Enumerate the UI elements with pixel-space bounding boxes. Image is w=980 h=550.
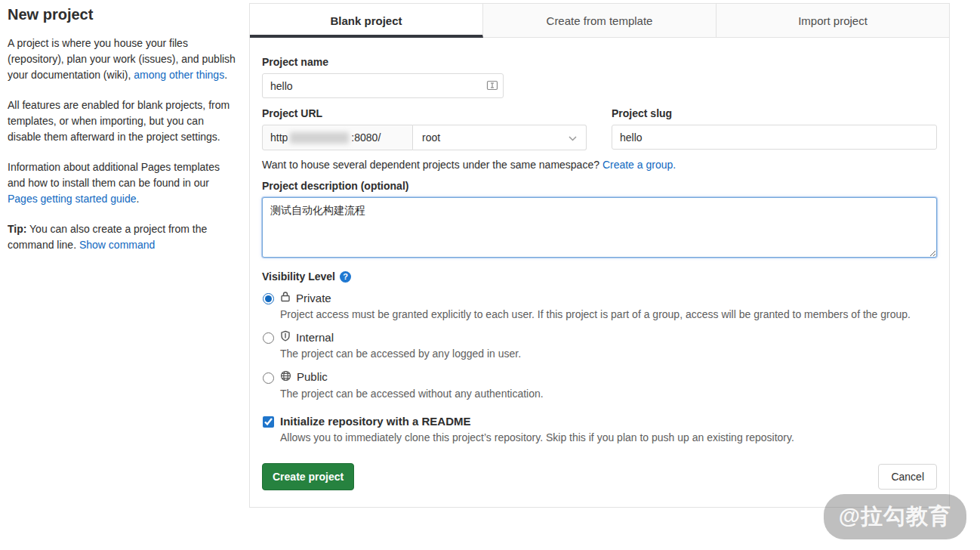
create-project-button[interactable]: Create project bbox=[262, 463, 354, 490]
private-option-name: Private bbox=[296, 292, 331, 304]
project-url-group: http :8080/ root bbox=[262, 125, 587, 150]
project-url-prefix: http :8080/ bbox=[262, 125, 413, 150]
project-slug-column: Project slug bbox=[612, 98, 937, 150]
lock-icon bbox=[280, 291, 291, 304]
readme-checkbox[interactable] bbox=[263, 416, 274, 428]
private-radio[interactable] bbox=[263, 293, 274, 304]
project-type-tabs: Blank project Create from template Impor… bbox=[250, 4, 949, 38]
visibility-option-public: Public The project can be accessed witho… bbox=[262, 370, 937, 401]
project-slug-input[interactable] bbox=[612, 125, 937, 150]
project-name-input[interactable] bbox=[262, 73, 504, 98]
private-option-description: Project access must be granted explicitl… bbox=[280, 307, 911, 322]
pages-guide-link[interactable]: Pages getting started guide bbox=[8, 193, 136, 205]
readme-description: Allows you to immediately clone this pro… bbox=[280, 430, 794, 445]
form-actions: Create project Cancel bbox=[262, 463, 937, 490]
public-radio[interactable] bbox=[263, 372, 274, 384]
new-project-panel: Blank project Create from template Impor… bbox=[249, 3, 950, 508]
namespace-selected-value: root bbox=[422, 131, 440, 144]
shield-icon bbox=[280, 330, 291, 344]
visibility-help-icon[interactable]: ? bbox=[340, 271, 351, 283]
new-project-form: Project name Project URL http bbox=[250, 38, 949, 507]
internal-radio[interactable] bbox=[263, 332, 274, 344]
namespace-select[interactable]: root bbox=[413, 125, 587, 150]
project-name-field-wrap bbox=[262, 73, 504, 98]
tab-create-from-template[interactable]: Create from template bbox=[483, 4, 717, 37]
public-option-name: Public bbox=[297, 370, 328, 383]
project-slug-label: Project slug bbox=[612, 107, 937, 119]
project-name-label: Project name bbox=[262, 56, 937, 68]
text-field-adornment-icon bbox=[486, 79, 498, 91]
project-url-label: Project URL bbox=[262, 107, 587, 119]
project-description-label: Project description (optional) bbox=[262, 180, 937, 192]
show-command-link[interactable]: Show command bbox=[79, 239, 155, 251]
cancel-button[interactable]: Cancel bbox=[878, 464, 937, 490]
visibility-option-internal: Internal The project can be accessed by … bbox=[262, 330, 937, 361]
tab-blank-project[interactable]: Blank project bbox=[250, 4, 483, 38]
url-redaction-blur bbox=[290, 132, 349, 144]
new-project-sidebar: New project A project is where you house… bbox=[8, 0, 236, 267]
readme-option: Initialize repository with a README Allo… bbox=[262, 415, 937, 445]
visibility-level-header: Visibility Level ? bbox=[262, 270, 937, 283]
internal-option-description: The project can be accessed by any logge… bbox=[280, 346, 521, 361]
namespace-help-text: Want to house several dependent projects… bbox=[262, 159, 937, 171]
tip-label: Tip: bbox=[8, 223, 26, 235]
page-title: New project bbox=[8, 6, 236, 23]
sidebar-paragraph-pages: Information about additional Pages templ… bbox=[8, 159, 236, 207]
project-description-textarea[interactable]: 测试自动化构建流程 bbox=[262, 197, 937, 258]
sidebar-paragraph-features: All features are enabled for blank proje… bbox=[8, 97, 236, 145]
visibility-option-private: Private Project access must be granted e… bbox=[262, 291, 937, 322]
tab-import-project[interactable]: Import project bbox=[717, 4, 949, 37]
globe-icon bbox=[280, 370, 291, 384]
project-url-column: Project URL http :8080/ root bbox=[262, 98, 587, 150]
readme-label: Initialize repository with a README bbox=[280, 415, 794, 428]
among-other-things-link[interactable]: among other things bbox=[134, 69, 224, 81]
public-option-description: The project can be accessed without any … bbox=[280, 386, 544, 401]
internal-option-name: Internal bbox=[296, 331, 334, 344]
sidebar-paragraph-intro: A project is where you house your files … bbox=[8, 36, 236, 83]
sidebar-paragraph-tip: Tip: You can also create a project from … bbox=[8, 221, 236, 253]
chevron-down-icon bbox=[569, 131, 577, 144]
create-a-group-link[interactable]: Create a group. bbox=[602, 159, 676, 171]
url-slug-row: Project URL http :8080/ root bbox=[262, 98, 937, 150]
visibility-level-label: Visibility Level bbox=[262, 270, 335, 283]
